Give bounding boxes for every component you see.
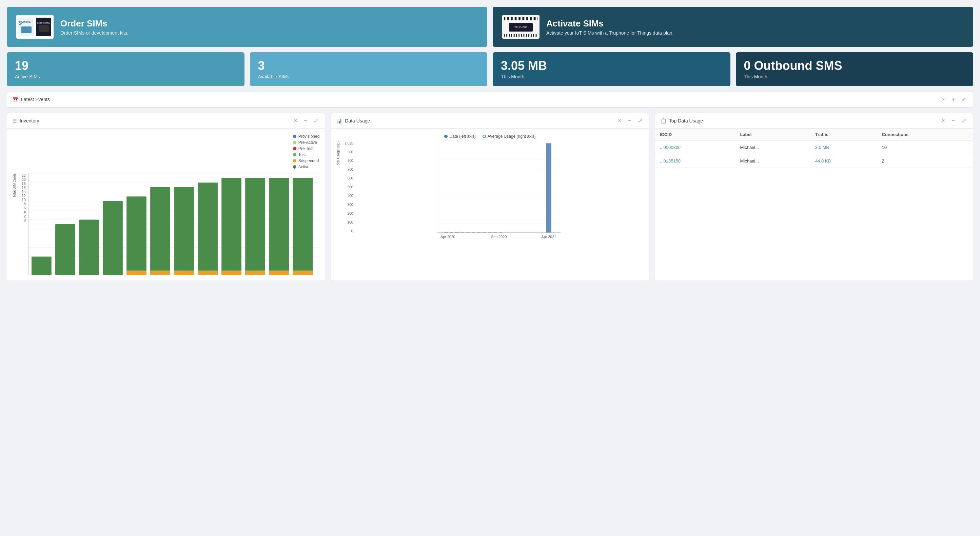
inventory-chart-area: Total SIM Cards 0246810121416182022 (13, 173, 320, 275)
inventory-svg (29, 173, 320, 275)
avg-legend-label: Average Usage (right axis) (488, 134, 536, 139)
data-usage-controls: × − ⤢ (616, 117, 644, 124)
label-cell: Michael... (735, 140, 810, 154)
inventory-close-button[interactable]: × (293, 117, 298, 124)
latest-events-title: Latest Events (21, 97, 50, 102)
sms-number: 0 Outbound SMS (744, 59, 966, 73)
legend-dot (293, 153, 296, 156)
legend-dot (293, 159, 296, 163)
connections-cell: 2 (877, 154, 973, 168)
legend-dot (293, 147, 296, 150)
legend-item: Test (293, 152, 320, 157)
active-sims-number: 19 (15, 59, 236, 73)
active-sims-card[interactable]: 19 Active SIMs (7, 52, 245, 86)
legend-item: Pre-Test (293, 146, 320, 151)
legend-item: Pre-Active (293, 140, 320, 145)
svg-rect-32 (293, 270, 313, 275)
legend-dot (293, 165, 296, 169)
inventory-minimize-button[interactable]: − (302, 117, 308, 124)
iccid-cell[interactable]: ...0185150 (655, 154, 735, 168)
top-data-usage-header: 📋 Top Data Usage × − ⤢ (655, 113, 973, 129)
available-sims-card[interactable]: 3 Available SIMs (250, 52, 488, 86)
data-usage-expand-button[interactable]: ⤢ (636, 117, 644, 124)
legend-item: Active (293, 164, 320, 169)
svg-rect-29 (269, 178, 289, 275)
activate-sims-subtitle: Activate your IoT SIMs with a Truphone f… (546, 30, 673, 36)
inventory-title: Inventory (20, 118, 39, 123)
svg-rect-44 (444, 232, 448, 232)
legend-label: Provisioned (298, 134, 320, 139)
top-data-usage-panel: 📋 Top Data Usage × − ⤢ ICCID Label Traff… (655, 113, 973, 281)
data-usage-card[interactable]: 3.05 MB This Month (493, 52, 730, 86)
svg-text:Sep 2020: Sep 2020 (492, 234, 507, 238)
svg-rect-13 (32, 257, 51, 275)
table-row: ...0185150 Michael... 44.0 KB 2 (655, 154, 973, 168)
svg-rect-30 (269, 270, 289, 275)
label-column-header: Label (735, 129, 810, 141)
data-usage-legend: Data (left axis) Average Usage (right ax… (336, 134, 643, 139)
latest-events-add-button[interactable]: + (950, 96, 956, 103)
data-usage-number: 3.05 MB (501, 59, 722, 73)
data-y-axis: 0 100 200 300 400 500 600 700 800 900 1,… (342, 142, 354, 240)
order-sims-title: Order SIMs (60, 18, 129, 29)
inventory-table-icon: ☰ (13, 118, 17, 123)
svg-rect-24 (198, 270, 218, 275)
legend-item: Provisioned (293, 134, 320, 139)
sms-card[interactable]: 0 Outbound SMS This Month (736, 52, 974, 86)
avg-legend-dot (482, 135, 486, 138)
top-data-usage-table-container: ICCID Label Traffic Connections ...00008… (655, 129, 973, 168)
svg-rect-26 (221, 270, 242, 275)
iccid-column-header: ICCID (655, 129, 735, 141)
data-usage-close-button[interactable]: × (616, 117, 622, 124)
stat-cards: 19 Active SIMs 3 Available SIMs 3.05 MB … (7, 52, 973, 86)
avg-legend-item: Average Usage (right axis) (482, 134, 536, 139)
svg-rect-46 (455, 232, 459, 232)
svg-rect-17 (126, 196, 146, 275)
inventory-header-left: ☰ Inventory (13, 118, 39, 123)
main-content: TRUPHONE IoT TRUPHONE Order SIMs Order S… (0, 0, 980, 288)
legend-label: Pre-Test (298, 146, 313, 151)
order-sims-subtitle: Order SIMs or development kits. (60, 30, 129, 36)
svg-rect-14 (55, 224, 75, 275)
latest-events-close-button[interactable]: × (940, 96, 946, 103)
iccid-cell[interactable]: ...0000800 (655, 140, 735, 154)
data-usage-label: This Month (501, 74, 722, 80)
top-data-usage-table: ICCID Label Traffic Connections ...00008… (655, 129, 973, 168)
data-usage-chart-area: Total Usage (KB) 0 100 200 300 400 500 6… (336, 142, 643, 240)
legend-label: Suspended (298, 158, 319, 163)
svg-rect-27 (245, 178, 265, 275)
data-usage-header: 📊 Data Usage × − ⤢ (331, 113, 649, 129)
top-data-usage-expand-button[interactable]: ⤢ (960, 117, 967, 124)
activate-sims-text: Activate SIMs Activate your IoT SIMs wit… (546, 18, 673, 36)
charts-row: ☰ Inventory × − ⤢ ProvisionedPre-ActiveP… (7, 113, 973, 281)
inventory-controls: × − ⤢ (293, 117, 320, 124)
inventory-expand-button[interactable]: ⤢ (312, 117, 320, 124)
svg-rect-18 (126, 270, 146, 275)
order-sims-text: Order SIMs Order SIMs or development kit… (60, 18, 129, 36)
activate-sims-image: TRUPHONE (502, 15, 539, 39)
legend-item: Suspended (293, 158, 320, 163)
top-data-usage-close-button[interactable]: × (940, 117, 946, 124)
latest-events-header: 📅 Latest Events × + ⤢ (7, 92, 973, 107)
svg-rect-23 (198, 182, 218, 275)
data-usage-title: Data Usage (345, 118, 370, 123)
order-sims-banner[interactable]: TRUPHONE IoT TRUPHONE Order SIMs Order S… (7, 7, 487, 47)
svg-rect-25 (221, 178, 242, 275)
connections-column-header: Connections (877, 129, 973, 141)
table-header: ICCID Label Traffic Connections (655, 129, 973, 141)
top-data-usage-header-left: 📋 Top Data Usage (660, 118, 703, 123)
top-data-table-icon: 📋 (660, 118, 667, 123)
activate-sims-banner[interactable]: TRUPHONE Activate SIMs Activate your IoT… (493, 7, 973, 47)
table-row: ...0000800 Michael... 3.0 MB 10 (655, 140, 973, 154)
data-usage-chart-body: Data (left axis) Average Usage (right ax… (331, 129, 649, 245)
table-header-row: ICCID Label Traffic Connections (655, 129, 973, 141)
traffic-column-header: Traffic (810, 129, 877, 141)
latest-events-expand-button[interactable]: ⤢ (960, 96, 967, 103)
data-usage-minimize-button[interactable]: − (626, 117, 632, 124)
data-usage-panel: 📊 Data Usage × − ⤢ Data (left axis) (331, 113, 649, 281)
top-data-usage-minimize-button[interactable]: − (950, 117, 956, 124)
svg-rect-21 (174, 187, 194, 275)
svg-rect-15 (79, 220, 99, 275)
data-legend-item: Data (left axis) (444, 134, 476, 139)
svg-rect-16 (103, 201, 123, 275)
